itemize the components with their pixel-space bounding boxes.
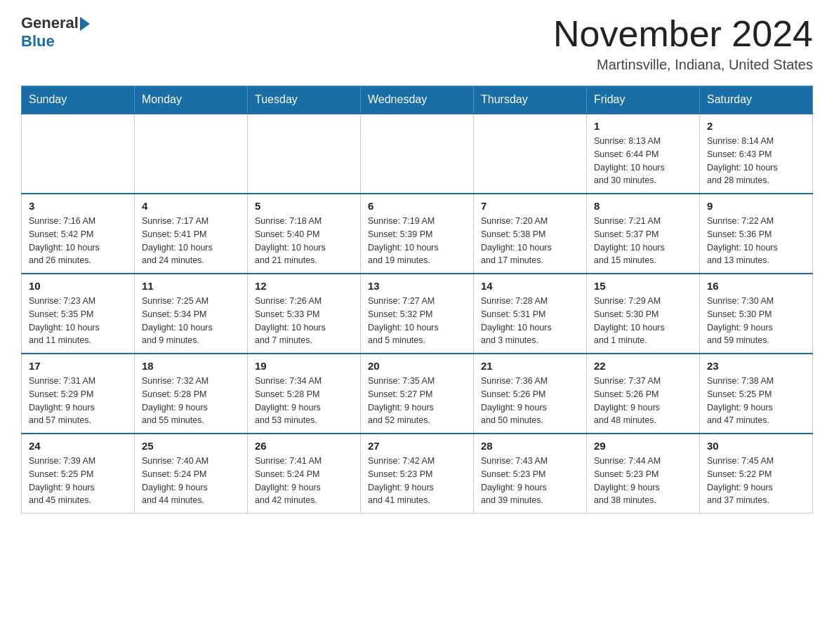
day-number: 2 <box>707 120 805 132</box>
calendar-cell: 5Sunrise: 7:18 AM Sunset: 5:40 PM Daylig… <box>248 194 361 274</box>
day-number: 25 <box>142 440 240 452</box>
calendar-cell: 14Sunrise: 7:28 AM Sunset: 5:31 PM Dayli… <box>474 274 587 354</box>
day-info: Sunrise: 7:26 AM Sunset: 5:33 PM Dayligh… <box>255 295 353 347</box>
calendar-table: SundayMondayTuesdayWednesdayThursdayFrid… <box>21 86 813 514</box>
day-number: 3 <box>29 200 127 212</box>
calendar-cell <box>248 114 361 194</box>
day-info: Sunrise: 7:39 AM Sunset: 5:25 PM Dayligh… <box>29 455 127 507</box>
day-info: Sunrise: 7:40 AM Sunset: 5:24 PM Dayligh… <box>142 455 240 507</box>
calendar-cell: 21Sunrise: 7:36 AM Sunset: 5:26 PM Dayli… <box>474 354 587 434</box>
calendar-header-row: SundayMondayTuesdayWednesdayThursdayFrid… <box>22 86 813 114</box>
day-number: 6 <box>368 200 466 212</box>
calendar-week-1: 1Sunrise: 8:13 AM Sunset: 6:44 PM Daylig… <box>22 114 813 194</box>
calendar-cell: 27Sunrise: 7:42 AM Sunset: 5:23 PM Dayli… <box>361 434 474 514</box>
day-number: 21 <box>481 360 579 372</box>
day-info: Sunrise: 7:45 AM Sunset: 5:22 PM Dayligh… <box>707 455 805 507</box>
day-info: Sunrise: 7:21 AM Sunset: 5:37 PM Dayligh… <box>594 215 692 267</box>
day-number: 11 <box>142 280 240 292</box>
month-title: November 2024 <box>553 14 813 54</box>
day-info: Sunrise: 7:20 AM Sunset: 5:38 PM Dayligh… <box>481 215 579 267</box>
calendar-header-saturday: Saturday <box>700 86 813 114</box>
logo: General Blue <box>21 14 90 51</box>
day-number: 7 <box>481 200 579 212</box>
day-number: 27 <box>368 440 466 452</box>
day-info: Sunrise: 7:43 AM Sunset: 5:23 PM Dayligh… <box>481 455 579 507</box>
day-info: Sunrise: 7:19 AM Sunset: 5:39 PM Dayligh… <box>368 215 466 267</box>
calendar-cell: 13Sunrise: 7:27 AM Sunset: 5:32 PM Dayli… <box>361 274 474 354</box>
calendar-cell: 22Sunrise: 7:37 AM Sunset: 5:26 PM Dayli… <box>587 354 700 434</box>
calendar-cell: 9Sunrise: 7:22 AM Sunset: 5:36 PM Daylig… <box>700 194 813 274</box>
calendar-cell: 12Sunrise: 7:26 AM Sunset: 5:33 PM Dayli… <box>248 274 361 354</box>
day-number: 30 <box>707 440 805 452</box>
calendar-header-thursday: Thursday <box>474 86 587 114</box>
day-number: 13 <box>368 280 466 292</box>
day-info: Sunrise: 7:36 AM Sunset: 5:26 PM Dayligh… <box>481 375 579 427</box>
calendar-cell: 26Sunrise: 7:41 AM Sunset: 5:24 PM Dayli… <box>248 434 361 514</box>
calendar-cell: 19Sunrise: 7:34 AM Sunset: 5:28 PM Dayli… <box>248 354 361 434</box>
calendar-cell: 16Sunrise: 7:30 AM Sunset: 5:30 PM Dayli… <box>700 274 813 354</box>
calendar-cell: 17Sunrise: 7:31 AM Sunset: 5:29 PM Dayli… <box>22 354 135 434</box>
day-info: Sunrise: 7:28 AM Sunset: 5:31 PM Dayligh… <box>481 295 579 347</box>
calendar-cell: 20Sunrise: 7:35 AM Sunset: 5:27 PM Dayli… <box>361 354 474 434</box>
day-number: 29 <box>594 440 692 452</box>
day-info: Sunrise: 7:16 AM Sunset: 5:42 PM Dayligh… <box>29 215 127 267</box>
day-info: Sunrise: 8:14 AM Sunset: 6:43 PM Dayligh… <box>707 135 805 187</box>
calendar-cell: 7Sunrise: 7:20 AM Sunset: 5:38 PM Daylig… <box>474 194 587 274</box>
logo-blue-text: Blue <box>21 32 55 51</box>
day-info: Sunrise: 7:18 AM Sunset: 5:40 PM Dayligh… <box>255 215 353 267</box>
calendar-header-sunday: Sunday <box>22 86 135 114</box>
logo-general-text: General <box>21 14 79 32</box>
calendar-header-monday: Monday <box>135 86 248 114</box>
day-number: 15 <box>594 280 692 292</box>
calendar-header-wednesday: Wednesday <box>361 86 474 114</box>
day-number: 26 <box>255 440 353 452</box>
calendar-cell: 24Sunrise: 7:39 AM Sunset: 5:25 PM Dayli… <box>22 434 135 514</box>
calendar-cell: 23Sunrise: 7:38 AM Sunset: 5:25 PM Dayli… <box>700 354 813 434</box>
calendar-cell <box>135 114 248 194</box>
day-number: 19 <box>255 360 353 372</box>
day-number: 5 <box>255 200 353 212</box>
calendar-cell: 3Sunrise: 7:16 AM Sunset: 5:42 PM Daylig… <box>22 194 135 274</box>
day-number: 12 <box>255 280 353 292</box>
calendar-header-tuesday: Tuesday <box>248 86 361 114</box>
day-info: Sunrise: 7:30 AM Sunset: 5:30 PM Dayligh… <box>707 295 805 347</box>
page-header: General Blue November 2024 Martinsville,… <box>21 14 813 73</box>
day-info: Sunrise: 8:13 AM Sunset: 6:44 PM Dayligh… <box>594 135 692 187</box>
day-info: Sunrise: 7:22 AM Sunset: 5:36 PM Dayligh… <box>707 215 805 267</box>
day-number: 10 <box>29 280 127 292</box>
day-info: Sunrise: 7:32 AM Sunset: 5:28 PM Dayligh… <box>142 375 240 427</box>
calendar-cell: 30Sunrise: 7:45 AM Sunset: 5:22 PM Dayli… <box>700 434 813 514</box>
day-number: 9 <box>707 200 805 212</box>
day-number: 28 <box>481 440 579 452</box>
calendar-cell: 4Sunrise: 7:17 AM Sunset: 5:41 PM Daylig… <box>135 194 248 274</box>
calendar-week-5: 24Sunrise: 7:39 AM Sunset: 5:25 PM Dayli… <box>22 434 813 514</box>
logo-arrow-icon <box>80 17 90 31</box>
day-info: Sunrise: 7:23 AM Sunset: 5:35 PM Dayligh… <box>29 295 127 347</box>
calendar-cell: 8Sunrise: 7:21 AM Sunset: 5:37 PM Daylig… <box>587 194 700 274</box>
calendar-cell <box>22 114 135 194</box>
calendar-cell: 2Sunrise: 8:14 AM Sunset: 6:43 PM Daylig… <box>700 114 813 194</box>
day-info: Sunrise: 7:44 AM Sunset: 5:23 PM Dayligh… <box>594 455 692 507</box>
day-number: 20 <box>368 360 466 372</box>
day-info: Sunrise: 7:17 AM Sunset: 5:41 PM Dayligh… <box>142 215 240 267</box>
calendar-cell: 10Sunrise: 7:23 AM Sunset: 5:35 PM Dayli… <box>22 274 135 354</box>
day-info: Sunrise: 7:27 AM Sunset: 5:32 PM Dayligh… <box>368 295 466 347</box>
day-number: 23 <box>707 360 805 372</box>
calendar-cell: 1Sunrise: 8:13 AM Sunset: 6:44 PM Daylig… <box>587 114 700 194</box>
day-number: 22 <box>594 360 692 372</box>
calendar-cell: 25Sunrise: 7:40 AM Sunset: 5:24 PM Dayli… <box>135 434 248 514</box>
day-number: 17 <box>29 360 127 372</box>
day-info: Sunrise: 7:34 AM Sunset: 5:28 PM Dayligh… <box>255 375 353 427</box>
day-number: 16 <box>707 280 805 292</box>
day-info: Sunrise: 7:29 AM Sunset: 5:30 PM Dayligh… <box>594 295 692 347</box>
calendar-cell: 6Sunrise: 7:19 AM Sunset: 5:39 PM Daylig… <box>361 194 474 274</box>
day-number: 1 <box>594 120 692 132</box>
location-text: Martinsville, Indiana, United States <box>553 57 813 73</box>
calendar-week-4: 17Sunrise: 7:31 AM Sunset: 5:29 PM Dayli… <box>22 354 813 434</box>
day-info: Sunrise: 7:42 AM Sunset: 5:23 PM Dayligh… <box>368 455 466 507</box>
calendar-cell <box>474 114 587 194</box>
calendar-cell: 15Sunrise: 7:29 AM Sunset: 5:30 PM Dayli… <box>587 274 700 354</box>
calendar-week-3: 10Sunrise: 7:23 AM Sunset: 5:35 PM Dayli… <box>22 274 813 354</box>
day-number: 4 <box>142 200 240 212</box>
title-section: November 2024 Martinsville, Indiana, Uni… <box>553 14 813 73</box>
